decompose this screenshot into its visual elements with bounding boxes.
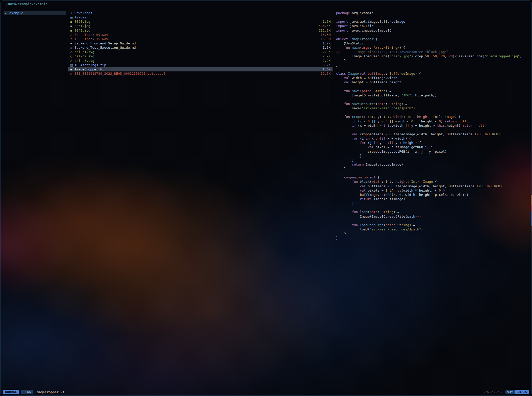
file-name: Images — [74, 15, 86, 19]
code-line: for (j in y until y + height) { — [336, 141, 530, 145]
parent-item-label: example — [9, 11, 23, 15]
code-line: object ImageCropper { — [336, 37, 530, 41]
file-row[interactable]: ▦Images — [68, 15, 333, 19]
file-size: 15.3M — [321, 33, 331, 37]
cwd-path: ~/Data/example/example — [4, 2, 47, 6]
file-name: SBI_0032013739_2023_DE05_0003155631Invoi… — [74, 72, 165, 75]
code-line: for (i in x until x + width) { — [336, 136, 530, 141]
folder-icon: ▸ — [5, 11, 9, 15]
code-line: if (x + width > this.width || y + height… — [336, 123, 530, 128]
svg-file-icon: ◇ — [70, 59, 74, 63]
file-row[interactable]: ▯SBI_0032013739_2023_DE05_0003155631Invo… — [68, 71, 333, 76]
code-line: val pixels = IntArray(width * height) { … — [336, 188, 530, 193]
file-row[interactable]: ♪15 - Track 15.wav15.3M — [68, 37, 333, 41]
code-line: fun loadResource(path: String) = — [336, 223, 530, 227]
file-name: Backend_Frontend_Setup_Guide.md — [74, 41, 136, 45]
status-bar-right: -rw-r--r-- 93% 14/15 — [483, 390, 529, 394]
code-line — [336, 219, 530, 223]
code-line: } — [336, 201, 530, 205]
file-row[interactable]: ≡Backend_Test_Execution_Guide.md1.3K — [68, 45, 333, 50]
code-line: package org.example — [336, 11, 530, 15]
file-name: ImageCropper.kt — [74, 67, 104, 71]
downloads-folder-icon: ↓ — [70, 11, 74, 15]
file-row[interactable]: ◇cal-c3.svg2.9K — [68, 59, 333, 63]
file-row-selected[interactable]: ▪ImageCropper.kt1.6K — [68, 67, 333, 71]
file-size: 5.2K — [323, 63, 331, 67]
code-line — [336, 33, 530, 37]
code-line: fun crop(x: Int, y: Int, width: Int, hei… — [336, 115, 530, 119]
scroll-percent-badge: 93% — [505, 390, 515, 394]
code-line: val width = buffImage.width — [336, 76, 530, 80]
file-name: 0031.jpg — [74, 24, 90, 28]
file-preview-pane: package org.example import java.awt.imag… — [336, 11, 530, 240]
code-line: if (x < 0 || y < 0 || width < 0 || heigh… — [336, 119, 530, 123]
markdown-file-icon: ≡ — [70, 46, 74, 50]
code-line: fun main(args: Array<String>) { — [336, 45, 530, 50]
file-row[interactable]: ◇cal-c1.svg2.9K — [68, 50, 333, 54]
file-name: cal-c2.svg — [74, 54, 94, 58]
code-line: return Image(buffImage) — [336, 197, 530, 201]
code-line: import javax.imageio.ImageIO — [336, 28, 530, 33]
file-row[interactable]: ▪0031.jpg586.3K — [68, 24, 333, 28]
code-line — [336, 67, 530, 71]
code-line — [336, 205, 530, 210]
code-line: val buffImage = BufferedImage(width, hei… — [336, 184, 530, 188]
code-line: val pixel = buffImage.getRGB(i, j) — [336, 145, 530, 149]
code-line: } — [336, 236, 530, 240]
image-file-icon: ▪ — [70, 29, 74, 33]
code-line: Image.loadResource("black.jpg").crop(50,… — [336, 54, 530, 58]
code-line: croppedImage.setRGB(i - x, j - y, pixel) — [336, 149, 530, 154]
wallpaper-edge-glow-orange — [531, 195, 532, 205]
file-row[interactable]: ◇cal-c2.svg2.9K — [68, 54, 333, 58]
image-file-icon: ▪ — [70, 24, 74, 28]
svg-file-icon: ◇ — [70, 54, 74, 59]
pane-separator-left — [67, 8, 67, 389]
file-size: 1.3M — [323, 19, 331, 24]
file-row[interactable]: ≡Backend_Frontend_Setup_Guide.md1.7K — [68, 41, 333, 45]
code-line: val height = buffImage.height — [336, 80, 530, 84]
code-line: import java.awt.image.BufferedImage — [336, 19, 530, 24]
code-line: @JvmStatic — [336, 41, 530, 45]
file-size: 586.3K — [319, 24, 331, 28]
code-line: } — [336, 59, 530, 63]
file-name: cal-c1.svg — [74, 50, 94, 54]
file-name: 15 - Track 15.wav — [74, 37, 108, 41]
file-size: 1.7K — [323, 41, 331, 45]
status-bar: NORMAL 1.6K ImageCropper.kt -rw-r--r-- 9… — [3, 389, 529, 394]
file-row[interactable]: ↓Downloads — [68, 11, 333, 15]
parent-item-example[interactable]: ▸example — [4, 11, 66, 15]
file-row[interactable]: ♪09 - Track 09.wav15.3M — [68, 33, 333, 37]
zip-file-icon: ▤ — [70, 63, 74, 67]
code-line: Image(ImageIO.read(File(path))) — [336, 214, 530, 219]
code-line: save("src/main/resources/$path") — [336, 106, 530, 110]
file-permissions: -rw-r--r-- — [483, 390, 503, 394]
code-line: fun load(path: String) = — [336, 210, 530, 214]
file-name: 0042.jpg — [74, 29, 90, 32]
pdf-file-icon: ▯ — [70, 72, 74, 76]
code-line: } — [336, 231, 530, 236]
file-row[interactable]: ▪0028.jpg1.3M — [68, 19, 333, 24]
mode-badge: NORMAL — [3, 390, 19, 394]
code-line: companion object { — [336, 175, 530, 179]
audio-file-icon: ♪ — [70, 33, 74, 37]
code-line: fun save(path: String) = — [336, 89, 530, 93]
file-row[interactable]: ▤IDEAsettings.zip5.2K — [68, 63, 333, 67]
pane-separator-right — [334, 8, 334, 389]
code-line: fun saveResource(path: String) = — [336, 102, 530, 106]
file-size: 15.3M — [321, 37, 331, 41]
code-line — [336, 15, 530, 19]
code-line: load("src/main/resources/$path") — [336, 227, 530, 231]
code-line: return Image(croppedImage) — [336, 162, 530, 167]
parent-directory-pane: ▸example — [4, 11, 66, 15]
status-bar-left: NORMAL 1.6K ImageCropper.kt — [3, 390, 65, 394]
file-row[interactable]: ▪0042.jpg212.9K — [68, 28, 333, 33]
code-line — [336, 128, 530, 132]
code-line: ImageIO.write(buffImage, "JPG", File(pat… — [336, 93, 530, 97]
file-size: 2.9K — [323, 54, 331, 58]
image-file-icon: ▪ — [70, 20, 74, 24]
cursor-position-badge: 14/15 — [515, 390, 529, 394]
wallpaper-edge-glow-blue — [531, 212, 532, 226]
svg-file-icon: ◇ — [70, 50, 74, 54]
audio-file-icon: ♪ — [70, 37, 74, 41]
file-list-pane: ↓Downloads▦Images▪0028.jpg1.3M▪0031.jpg5… — [68, 11, 333, 76]
